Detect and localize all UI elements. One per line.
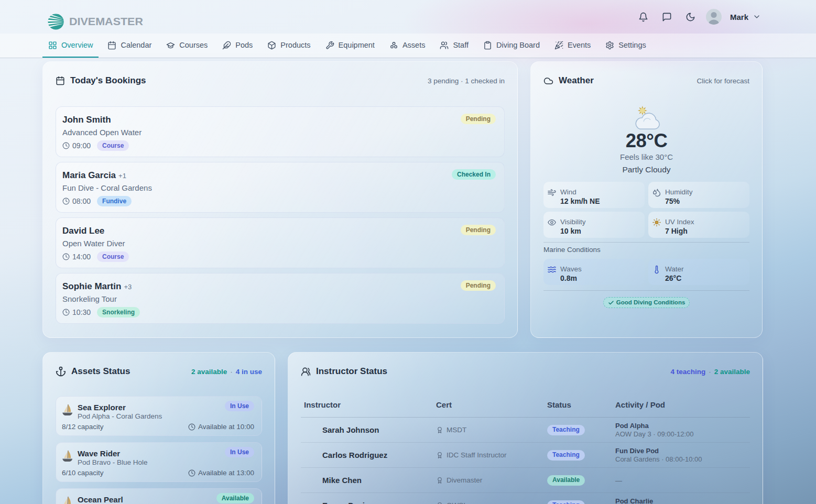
- svg-text:DIVEMASTER: DIVEMASTER: [69, 16, 143, 27]
